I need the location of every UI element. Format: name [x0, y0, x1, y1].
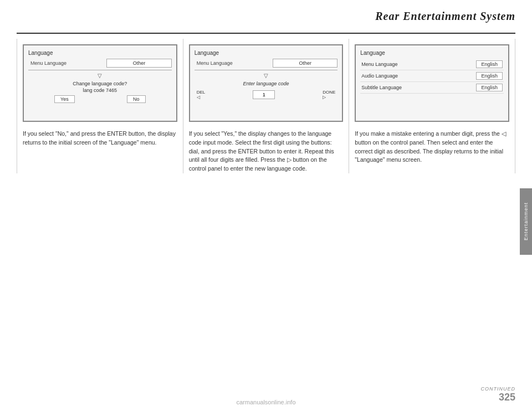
- screen2-divider: [195, 70, 338, 70]
- column-2: Language Menu Language Other ▽ Enter lan…: [183, 39, 350, 173]
- screen2-input-row: DEL◁ 1 DONE▷: [195, 89, 338, 101]
- screen1-buttons: Yes No: [28, 95, 172, 103]
- screen1-title: Language: [28, 50, 172, 56]
- screen2-del-label: DEL◁: [197, 90, 206, 100]
- screen3-subtitle-value: English: [476, 84, 503, 91]
- col3-body-text: If you make a mistake entering a number …: [355, 130, 509, 165]
- screen2-menu-label: Menu Language: [195, 59, 273, 68]
- screen-mock-1: Language Menu Language Other ▽ Change la…: [23, 44, 177, 122]
- screen3-title: Language: [360, 50, 504, 56]
- screen2-done-label: DONE▷: [323, 90, 335, 100]
- column-1: Language Menu Language Other ▽ Change la…: [17, 39, 183, 173]
- screen-mock-2: Language Menu Language Other ▽ Enter lan…: [189, 44, 344, 122]
- column-3: Language Menu Language English Audio Lan…: [349, 39, 515, 173]
- page-title: Rear Entertainment System: [375, 10, 515, 23]
- footer: CONTINUED 325: [481, 386, 516, 403]
- screen1-table: Menu Language Other: [28, 59, 172, 68]
- screen1-no-btn[interactable]: No: [127, 95, 146, 103]
- col1-body-text: If you select "No," and press the ENTER …: [23, 130, 177, 147]
- side-tab: Entertainment: [520, 188, 532, 255]
- screen3-audio-label: Audio Language: [361, 73, 398, 79]
- screen3-subtitle-label: Subtitle Language: [361, 85, 402, 90]
- screen1-menu-value: Other: [107, 59, 171, 68]
- screen2-table: Menu Language Other: [195, 59, 338, 68]
- screen1-code: lang code 7465: [28, 88, 172, 93]
- screen1-yes-btn[interactable]: Yes: [54, 95, 75, 103]
- screen1-question: Change language code?: [28, 81, 172, 86]
- footer-page-number: 325: [481, 392, 516, 403]
- screen3-audio-value: English: [476, 72, 503, 80]
- columns-container: Language Menu Language Other ▽ Change la…: [17, 39, 515, 173]
- col2-body-text: If you select "Yes," the display changes…: [189, 130, 344, 173]
- screen2-arrow: ▽: [195, 73, 338, 79]
- footer-continued: CONTINUED: [481, 386, 516, 392]
- screen3-menu-label: Menu Language: [361, 61, 397, 67]
- screen-mock-3: Language Menu Language English Audio Lan…: [355, 44, 509, 122]
- screen3-row-subtitle: Subtitle Language English: [360, 82, 504, 94]
- screen2-title: Language: [195, 50, 338, 56]
- screen2-menu-value: Other: [273, 59, 337, 68]
- screen1-menu-label: Menu Language: [28, 59, 107, 68]
- screen1-divider: [28, 70, 172, 70]
- main-content: Language Menu Language Other ▽ Change la…: [17, 39, 515, 378]
- watermark: carmanualsonline.info: [236, 399, 295, 405]
- screen3-row-audio: Audio Language English: [360, 70, 504, 82]
- screen2-enter-label: Enter language code: [195, 81, 338, 86]
- screen1-arrow: ▽: [28, 73, 172, 79]
- page-header: Rear Entertainment System: [375, 10, 515, 23]
- screen3-menu-value: English: [476, 60, 503, 68]
- screen2-code-input: 1: [253, 90, 275, 99]
- side-tab-label: Entertainment: [523, 202, 529, 240]
- screen3-row-menu: Menu Language English: [360, 59, 504, 70]
- header-divider: [17, 33, 515, 34]
